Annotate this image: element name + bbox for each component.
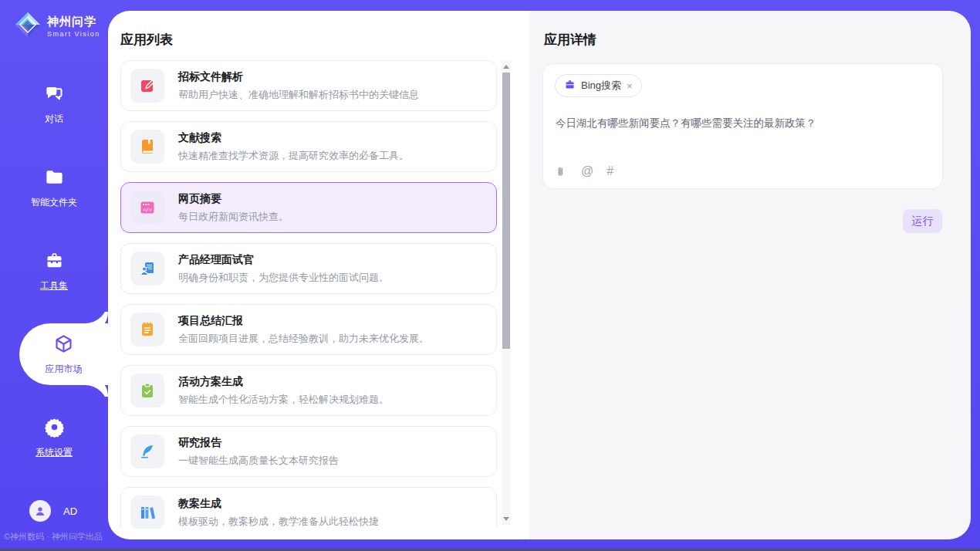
run-button[interactable]: 运行 bbox=[903, 209, 942, 233]
app-list: 招标文件解析帮助用户快速、准确地理解和解析招标书中的关键信息文献搜索快速精准查找… bbox=[120, 60, 500, 529]
app-card-6[interactable]: 研究报告一键智能生成高质量长文本研究报告 bbox=[120, 426, 497, 477]
app-description: 智能生成个性化活动方案，轻松解决规划难题。 bbox=[178, 393, 389, 407]
app-card-3[interactable]: 产品经理面试官明确身份和职责，为您提供专业性的面试问题。 bbox=[120, 243, 497, 294]
paperclip-icon[interactable] bbox=[556, 166, 568, 177]
app-detail-title: 应用详情 bbox=[544, 31, 971, 49]
brand-name: 神州问学 bbox=[47, 15, 100, 29]
app-name: 活动方案生成 bbox=[178, 375, 389, 389]
folder-icon bbox=[44, 167, 65, 191]
brand-tagline: Smart Vision bbox=[47, 30, 100, 38]
user-account[interactable]: AD bbox=[29, 500, 77, 522]
app-description: 帮助用户快速、准确地理解和解析招标书中的关键信息 bbox=[178, 88, 419, 102]
notepad-icon bbox=[130, 313, 164, 346]
sidebar-item-label: 工具集 bbox=[40, 279, 68, 292]
user-initials: AD bbox=[63, 505, 77, 517]
sidebar-item-label: 对话 bbox=[45, 113, 63, 126]
prompt-card: Bing搜索 × 今日湖北有哪些新闻要点？有哪些需要关注的最新政策？ @ # bbox=[542, 63, 943, 189]
app-name: 研究报告 bbox=[178, 436, 339, 450]
app-name: 教案生成 bbox=[178, 497, 379, 511]
app-name: 项目总结汇报 bbox=[178, 314, 429, 328]
app-card-1[interactable]: 文献搜索快速精准查找学术资源，提高研究效率的必备工具。 bbox=[120, 121, 497, 172]
cube-icon bbox=[53, 333, 74, 357]
toolbox-icon bbox=[44, 250, 65, 274]
app-description: 模板驱动，教案秒成，教学准备从此轻松快捷 bbox=[178, 515, 379, 529]
query-text[interactable]: 今日湖北有哪些新闻要点？有哪些需要关注的最新政策？ bbox=[556, 117, 926, 130]
diamond-logo-icon bbox=[14, 11, 42, 42]
browser-icon: </> bbox=[130, 191, 164, 225]
app-name: 产品经理面试官 bbox=[178, 253, 389, 267]
brand-logo: 神州问学 Smart Vision bbox=[14, 11, 100, 42]
tool-chip[interactable]: Bing搜索 × bbox=[555, 74, 642, 97]
app-card-7[interactable]: 教案生成模板驱动，教案秒成，教学准备从此轻松快捷 bbox=[120, 487, 497, 529]
interview-icon bbox=[130, 252, 164, 286]
app-description: 快速精准查找学术资源，提高研究效率的必备工具。 bbox=[178, 149, 409, 163]
at-mention-icon[interactable]: @ bbox=[581, 164, 593, 178]
content-frame: 应用列表 招标文件解析帮助用户快速、准确地理解和解析招标书中的关键信息文献搜索快… bbox=[108, 11, 971, 539]
sidebar-item-label: 智能文件夹 bbox=[31, 196, 77, 209]
app-description: 每日政府新闻资讯快查。 bbox=[178, 210, 289, 224]
list-scrollbar[interactable] bbox=[502, 60, 511, 525]
app-card-5[interactable]: 活动方案生成智能生成个性化活动方案，轻松解决规划难题。 bbox=[120, 365, 497, 416]
gear-icon bbox=[44, 417, 65, 441]
quill-icon bbox=[130, 434, 164, 468]
books-icon bbox=[130, 495, 164, 529]
app-card-0[interactable]: 招标文件解析帮助用户快速、准确地理解和解析招标书中的关键信息 bbox=[120, 60, 497, 111]
sidebar-item-2[interactable]: 工具集 bbox=[0, 240, 108, 302]
app-name: 文献搜索 bbox=[178, 131, 409, 145]
scroll-up-arrow-icon[interactable] bbox=[502, 62, 511, 71]
app-card-4[interactable]: 项目总结汇报全面回顾项目进展，总结经验教训，助力未来优化发展。 bbox=[120, 304, 497, 355]
app-description: 全面回顾项目进展，总结经验教训，助力未来优化发展。 bbox=[178, 332, 429, 346]
chat-icon bbox=[44, 83, 65, 107]
sidebar-item-3[interactable]: 应用市场 bbox=[19, 323, 108, 385]
app-name: 网页摘要 bbox=[178, 192, 289, 206]
sidebar-item-label: 应用市场 bbox=[46, 363, 83, 376]
scrollbar-thumb[interactable] bbox=[502, 73, 510, 349]
app-card-2[interactable]: </>网页摘要每日政府新闻资讯快查。 bbox=[120, 182, 497, 233]
sidebar-item-4[interactable]: 系统设置 bbox=[0, 407, 108, 468]
sidebar: 神州问学 Smart Vision 对话智能文件夹工具集应用市场系统设置 AD … bbox=[0, 0, 108, 551]
scroll-down-arrow-icon[interactable] bbox=[502, 514, 511, 523]
briefcase-icon bbox=[564, 79, 576, 93]
chip-close-icon[interactable]: × bbox=[627, 81, 633, 91]
tool-chip-label: Bing搜索 bbox=[581, 79, 621, 93]
svg-text:</>: </> bbox=[143, 207, 152, 213]
app-list-panel: 应用列表 招标文件解析帮助用户快速、准确地理解和解析招标书中的关键信息文献搜索快… bbox=[108, 11, 529, 539]
avatar[interactable] bbox=[29, 500, 51, 522]
pen-square-icon bbox=[130, 69, 164, 103]
clipboard-icon bbox=[130, 374, 164, 407]
app-list-title: 应用列表 bbox=[120, 31, 529, 49]
hash-icon[interactable]: # bbox=[607, 164, 613, 178]
sidebar-item-label: 系统设置 bbox=[35, 446, 73, 459]
app-description: 明确身份和职责，为您提供专业性的面试问题。 bbox=[178, 271, 389, 285]
app-name: 招标文件解析 bbox=[178, 70, 419, 84]
app-description: 一键智能生成高质量长文本研究报告 bbox=[178, 454, 339, 468]
copyright-text: ©神州数码 · 神州问学出品 bbox=[4, 531, 103, 543]
attachment-toolbar: @ # bbox=[556, 164, 613, 178]
sidebar-item-0[interactable]: 对话 bbox=[0, 73, 108, 135]
app-detail-panel: 应用详情 Bing搜索 × 今日湖北有哪些新闻要点？有哪些需要关注的最新政策？ bbox=[529, 11, 971, 539]
sidebar-item-1[interactable]: 智能文件夹 bbox=[0, 157, 108, 218]
book-icon bbox=[130, 130, 164, 164]
sidebar-nav: 对话智能文件夹工具集应用市场系统设置 bbox=[0, 73, 108, 490]
